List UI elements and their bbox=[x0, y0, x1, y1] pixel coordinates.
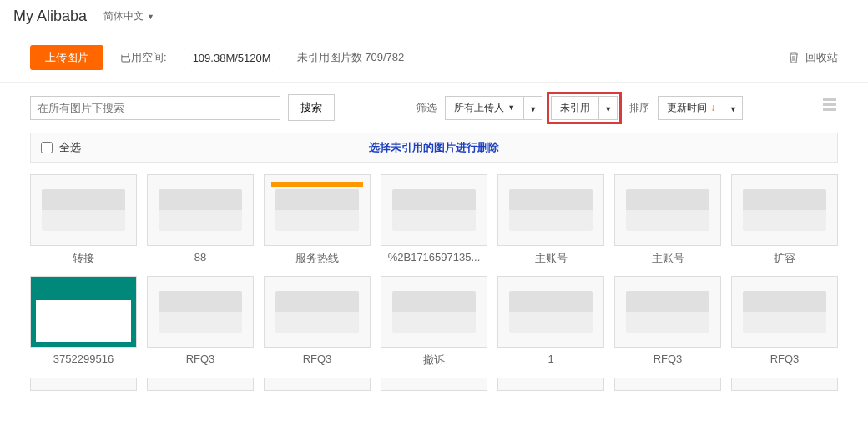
chevron-down-icon: ▼ bbox=[147, 13, 154, 21]
image-caption: RFQ3 bbox=[147, 353, 254, 365]
image-caption: 88 bbox=[147, 251, 254, 263]
instruction-text: 选择未引用的图片进行删除 bbox=[369, 140, 499, 155]
image-caption: RFQ3 bbox=[614, 353, 721, 365]
image-card[interactable]: RFQ3 bbox=[147, 276, 254, 368]
unused-count: 未引用图片数 709/782 bbox=[297, 50, 405, 65]
upload-button[interactable]: 上传图片 bbox=[30, 45, 103, 70]
image-thumbnail[interactable] bbox=[381, 378, 487, 391]
image-card[interactable]: 扩容 bbox=[731, 174, 838, 266]
list-view-icon[interactable] bbox=[821, 96, 838, 113]
chevron-down-icon[interactable]: ▼ bbox=[524, 98, 542, 118]
image-thumbnail[interactable] bbox=[381, 276, 487, 348]
image-card[interactable]: 撤诉 bbox=[381, 276, 487, 368]
image-thumbnail[interactable] bbox=[147, 174, 254, 246]
image-thumbnail[interactable] bbox=[30, 378, 137, 391]
image-thumbnail[interactable] bbox=[381, 174, 487, 246]
language-selector[interactable]: 简体中文 ▼ bbox=[103, 9, 154, 23]
image-thumbnail[interactable] bbox=[614, 276, 721, 348]
image-card[interactable]: RFQ3 bbox=[264, 276, 371, 368]
image-thumbnail[interactable] bbox=[264, 174, 371, 246]
image-card[interactable]: %2B1716597135... bbox=[381, 174, 487, 266]
image-card[interactable]: 服务热线 bbox=[264, 174, 371, 266]
image-card[interactable] bbox=[731, 378, 838, 391]
grid-view-icon[interactable] bbox=[756, 96, 816, 119]
image-thumbnail[interactable]: SHIPPING bbox=[30, 276, 137, 348]
image-thumbnail[interactable] bbox=[147, 276, 254, 348]
image-card[interactable] bbox=[614, 378, 721, 391]
image-card[interactable] bbox=[497, 378, 604, 391]
select-all-checkbox[interactable] bbox=[41, 142, 53, 153]
image-caption: 撤诉 bbox=[381, 353, 487, 368]
image-caption: 服务热线 bbox=[264, 251, 371, 266]
image-thumbnail[interactable] bbox=[614, 378, 721, 391]
arrow-down-icon: ↓ bbox=[710, 102, 715, 113]
image-caption: 主账号 bbox=[497, 251, 604, 266]
image-thumbnail[interactable] bbox=[731, 378, 838, 391]
search-input[interactable] bbox=[30, 96, 280, 120]
used-space-label: 已用空间: bbox=[120, 50, 167, 65]
image-card[interactable]: 1 bbox=[497, 276, 604, 368]
image-thumbnail[interactable] bbox=[731, 276, 838, 348]
image-thumbnail[interactable] bbox=[497, 174, 604, 246]
language-label: 简体中文 bbox=[103, 9, 144, 23]
status-select[interactable]: 未引用 ▼ bbox=[551, 96, 618, 120]
image-card[interactable] bbox=[381, 378, 487, 391]
image-card[interactable]: SHIPPING3752299516 bbox=[30, 276, 137, 368]
sort-value: 更新时间 bbox=[667, 101, 707, 115]
image-card[interactable]: RFQ3 bbox=[614, 276, 721, 368]
image-card[interactable] bbox=[30, 378, 137, 391]
image-caption: %2B1716597135... bbox=[381, 251, 487, 263]
image-card[interactable]: 主账号 bbox=[614, 174, 721, 266]
image-thumbnail[interactable] bbox=[264, 276, 371, 348]
image-thumbnail[interactable] bbox=[497, 378, 604, 391]
image-card[interactable]: 转接 bbox=[30, 174, 137, 266]
image-caption: 扩容 bbox=[731, 251, 838, 266]
uploader-value: 所有上传人 bbox=[454, 101, 504, 115]
image-thumbnail[interactable] bbox=[147, 378, 254, 391]
image-thumbnail[interactable] bbox=[497, 276, 604, 348]
image-thumbnail[interactable] bbox=[614, 174, 721, 246]
trash-icon bbox=[787, 51, 800, 64]
filter-label: 筛选 bbox=[416, 101, 437, 115]
image-card[interactable] bbox=[264, 378, 371, 391]
chevron-down-icon[interactable]: ▼ bbox=[599, 98, 617, 118]
used-space-value: 109.38M/5120M bbox=[184, 48, 280, 68]
sort-select[interactable]: 更新时间↓ ▼ bbox=[658, 96, 743, 120]
image-caption: 转接 bbox=[30, 251, 137, 266]
image-thumbnail[interactable] bbox=[731, 174, 838, 246]
chevron-down-icon: ▼ bbox=[507, 103, 515, 112]
select-all-label: 全选 bbox=[59, 140, 81, 155]
image-card[interactable]: RFQ3 bbox=[731, 276, 838, 368]
image-card[interactable]: 88 bbox=[147, 174, 254, 266]
logo: My Alibaba bbox=[13, 8, 87, 25]
image-caption: RFQ3 bbox=[264, 353, 371, 365]
image-card[interactable]: 主账号 bbox=[497, 174, 604, 266]
sort-label: 排序 bbox=[629, 101, 649, 115]
image-caption: 3752299516 bbox=[30, 353, 137, 365]
image-card[interactable] bbox=[147, 378, 254, 391]
image-caption: RFQ3 bbox=[731, 353, 838, 365]
image-thumbnail[interactable] bbox=[264, 378, 371, 391]
image-thumbnail[interactable] bbox=[30, 174, 137, 246]
uploader-select[interactable]: 所有上传人▼ ▼ bbox=[445, 96, 542, 120]
search-button[interactable]: 搜索 bbox=[288, 94, 335, 121]
image-caption: 1 bbox=[497, 353, 604, 365]
image-caption: 主账号 bbox=[614, 251, 721, 266]
status-value: 未引用 bbox=[560, 101, 590, 115]
chevron-down-icon[interactable]: ▼ bbox=[724, 98, 742, 118]
trash-label: 回收站 bbox=[805, 50, 838, 65]
trash-link[interactable]: 回收站 bbox=[787, 50, 838, 65]
